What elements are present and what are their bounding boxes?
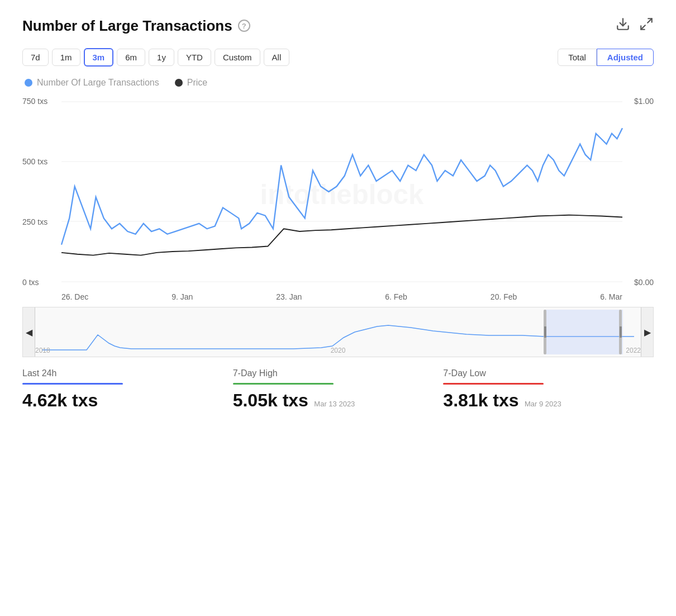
time-btn-3m[interactable]: 3m xyxy=(84,48,114,67)
legend-dot-transactions xyxy=(25,79,32,87)
stat-number-7daylow: 3.81k txs xyxy=(443,390,518,410)
x-label-jan9: 9. Jan xyxy=(172,292,193,301)
main-chart-container: 750 txs 500 txs 250 txs 0 txs $1.00 $0.0… xyxy=(22,97,654,301)
mini-chart-container: ◀ ▶ 2018 2020 2022 xyxy=(22,307,654,357)
svg-line-1 xyxy=(648,18,652,23)
svg-text:intothеblock: intothеblock xyxy=(260,179,424,210)
x-axis-labels: 26. Dec 9. Jan 23. Jan 6. Feb 20. Feb 6.… xyxy=(61,289,622,301)
stat-bar-7dayhigh xyxy=(233,383,334,385)
header-right xyxy=(616,17,654,35)
svg-line-2 xyxy=(641,25,645,30)
time-btn-7d[interactable]: 7d xyxy=(22,49,49,66)
stat-bar-7daylow xyxy=(443,383,544,385)
stat-value-last24h: 4.62k txs xyxy=(22,390,216,411)
stat-bar-last24h xyxy=(22,383,123,385)
x-label-feb20: 20. Feb xyxy=(491,292,517,301)
stat-number-7dayhigh: 5.05k txs xyxy=(233,390,308,410)
expand-icon[interactable] xyxy=(639,17,654,35)
view-buttons: Total Adjusted xyxy=(558,49,654,66)
time-btn-1y[interactable]: 1y xyxy=(149,49,174,66)
stats-row: Last 24h 4.62k txs 7-Day High 5.05k txs … xyxy=(22,368,654,411)
help-icon[interactable]: ? xyxy=(238,20,250,32)
view-btn-adjusted[interactable]: Adjusted xyxy=(597,49,654,66)
stat-value-7dayhigh: 5.05k txs Mar 13 2023 xyxy=(233,390,427,411)
time-buttons: 7d 1m 3m 6m 1y YTD Custom All xyxy=(22,48,289,67)
stat-label-7dayhigh: 7-Day High xyxy=(233,368,427,378)
y-label-250: 250 txs xyxy=(22,217,47,226)
legend-label-price: Price xyxy=(187,78,207,88)
y-label-750: 750 txs xyxy=(22,97,47,106)
y-label-500: 500 txs xyxy=(22,157,47,166)
svg-rect-8 xyxy=(545,310,623,354)
chart-legend: Number Of Large Transactions Price xyxy=(22,78,654,88)
time-btn-ytd[interactable]: YTD xyxy=(178,49,211,66)
stat-label-last24h: Last 24h xyxy=(22,368,216,378)
y-axis-left: 750 txs 500 txs 250 txs 0 txs xyxy=(22,97,47,287)
legend-label-transactions: Number Of Large Transactions xyxy=(37,78,159,88)
download-icon[interactable] xyxy=(616,17,630,35)
view-btn-total[interactable]: Total xyxy=(558,49,597,66)
stat-label-7daylow: 7-Day Low xyxy=(443,368,637,378)
time-btn-6m[interactable]: 6m xyxy=(117,49,145,66)
main-chart-svg: intothеblock xyxy=(61,97,622,287)
x-label-dec26: 26. Dec xyxy=(61,292,88,301)
stat-7day-low: 7-Day Low 3.81k txs Mar 9 2023 xyxy=(443,368,654,411)
scroll-right-arrow[interactable]: ▶ xyxy=(641,307,653,357)
legend-item-price: Price xyxy=(175,78,207,88)
time-btn-all[interactable]: All xyxy=(264,49,290,66)
y-label-1usd: $1.00 xyxy=(634,97,654,106)
page-header: Number of Large Transactions ? xyxy=(22,17,654,35)
x-label-jan23: 23. Jan xyxy=(276,292,302,301)
stat-date-7dayhigh: Mar 13 2023 xyxy=(314,400,355,408)
stat-last24h: Last 24h 4.62k txs xyxy=(22,368,233,411)
chart-inner: intothеblock 26. Dec 9. Jan 23. Jan 6. F… xyxy=(61,97,622,301)
page-title: Number of Large Transactions xyxy=(22,17,232,35)
x-label-feb6: 6. Feb xyxy=(385,292,407,301)
mini-chart-wrapper[interactable]: ◀ ▶ 2018 2020 2022 xyxy=(22,307,654,357)
y-axis-right: $1.00 $0.00 xyxy=(634,97,654,287)
time-btn-1m[interactable]: 1m xyxy=(52,49,80,66)
time-controls: 7d 1m 3m 6m 1y YTD Custom All Total Adju… xyxy=(22,48,654,67)
y-label-0: 0 txs xyxy=(22,278,47,287)
stat-number-last24h: 4.62k txs xyxy=(22,390,98,410)
scroll-left-arrow[interactable]: ◀ xyxy=(23,307,35,357)
y-label-0usd: $0.00 xyxy=(634,278,654,287)
time-btn-custom[interactable]: Custom xyxy=(215,49,260,66)
stat-7day-high: 7-Day High 5.05k txs Mar 13 2023 xyxy=(233,368,444,411)
legend-dot-price xyxy=(175,79,183,87)
mini-chart-svg xyxy=(35,310,641,354)
stat-value-7daylow: 3.81k txs Mar 9 2023 xyxy=(443,390,637,411)
x-label-mar6: 6. Mar xyxy=(600,292,622,301)
header-left: Number of Large Transactions ? xyxy=(22,17,250,35)
legend-item-transactions: Number Of Large Transactions xyxy=(25,78,159,88)
stat-date-7daylow: Mar 9 2023 xyxy=(525,400,561,408)
